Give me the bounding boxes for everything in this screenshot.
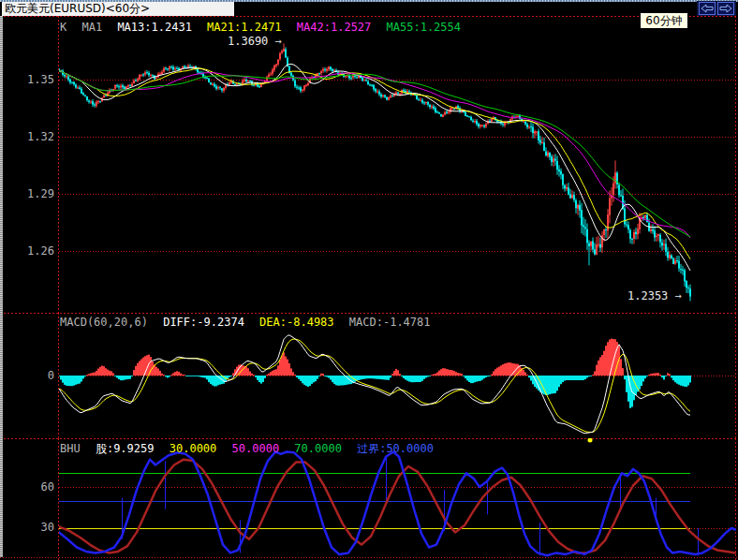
macd-panel[interactable]: MACD(60,20,6) DIFF:-9.2374 DEA:-8.4983 M…: [0, 313, 738, 438]
high-annotation-value: 1.3690: [228, 35, 268, 48]
price-tick-132: 1.32: [0, 130, 54, 143]
prev-arrow-button[interactable]: [699, 2, 716, 15]
bhu-legend: BHU 股:9.9259 30.0000 50.0000 70.0000 过界:…: [60, 441, 442, 457]
legend-level-30: 30.0000: [170, 442, 217, 455]
annotation-arrow-icon: →: [675, 289, 682, 302]
left-arrow-icon: [701, 4, 714, 13]
legend-diff: DIFF:-9.2374: [163, 316, 244, 329]
trading-app-window: 欧元美元(EURUSD)<60分> 60分钟 K MA1 MA13:1.2431…: [0, 0, 738, 560]
price-chart-panel[interactable]: K MA1 MA13:1.2431 MA21:1.2471 MA42:1.252…: [0, 16, 738, 313]
legend-ma1: MA1: [81, 21, 102, 34]
legend-ma55: MA55:1.2554: [387, 21, 461, 34]
bhu-panel[interactable]: BHU 股:9.9259 30.0000 50.0000 70.0000 过界:…: [0, 438, 738, 560]
annotation-arrow-icon: →: [275, 35, 282, 48]
legend-k: K: [60, 21, 66, 34]
macd-chart[interactable]: [0, 313, 738, 438]
macd-zero-tick: 0: [0, 369, 54, 382]
legend-dea: DEA:-8.4983: [259, 316, 333, 329]
window-left-edge: [0, 16, 3, 557]
bhu-tick-30: 30: [0, 521, 54, 534]
low-annotation-value: 1.2353: [627, 289, 668, 302]
high-annotation: 1.3690 →: [228, 35, 282, 48]
next-arrow-button[interactable]: [717, 2, 734, 15]
legend-macd-value: MACD:-1.4781: [349, 316, 431, 329]
legend-ma13: MA13:1.2431: [117, 21, 191, 34]
legend-level-70: 70.0000: [294, 442, 342, 455]
window-title: 欧元美元(EURUSD)<60分>: [2, 2, 234, 16]
window-title-text: 欧元美元(EURUSD)<60分>: [5, 2, 150, 15]
period-tooltip: 60分钟: [640, 12, 688, 29]
price-tick-129: 1.29: [0, 187, 54, 200]
nav-buttons-zone: [697, 1, 736, 16]
legend-bhu-value: 股:9.9259: [96, 442, 155, 455]
legend-ma42: MA42:1.2527: [297, 21, 371, 34]
price-legend: K MA1 MA13:1.2431 MA21:1.2471 MA42:1.252…: [60, 21, 469, 34]
price-tick-126: 1.26: [0, 244, 54, 258]
legend-bhu: BHU: [60, 442, 81, 455]
price-tick-135: 1.35: [0, 73, 54, 86]
candlestick-chart[interactable]: [0, 16, 738, 313]
right-arrow-icon: [719, 4, 732, 13]
low-annotation: 1.2353 →: [627, 289, 682, 302]
macd-legend: MACD(60,20,6) DIFF:-9.2374 DEA:-8.4983 M…: [60, 316, 439, 329]
legend-level-50: 50.0000: [232, 442, 280, 455]
legend-ma21: MA21:1.2471: [207, 21, 281, 34]
legend-macd-params: MACD(60,20,6): [60, 316, 148, 329]
titlebar: 欧元美元(EURUSD)<60分>: [0, 0, 738, 16]
bhu-tick-60: 60: [0, 480, 54, 494]
legend-overline: 过界:50.0000: [357, 442, 434, 455]
